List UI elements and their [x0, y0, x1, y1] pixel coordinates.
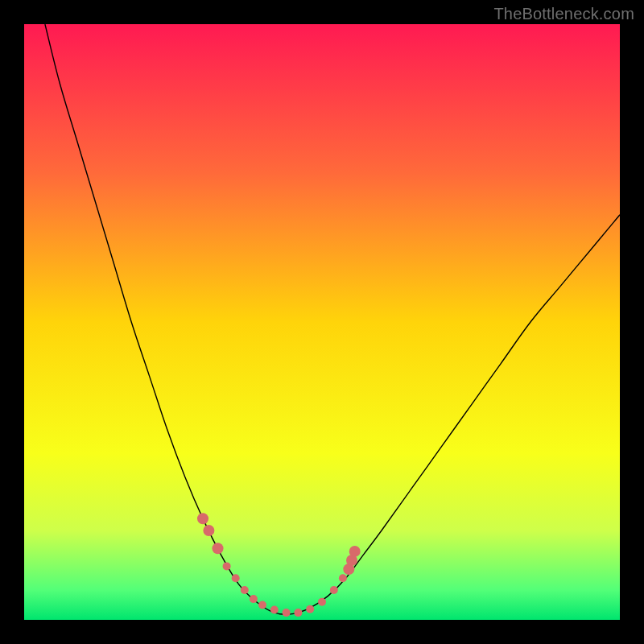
curve-marker — [203, 525, 214, 536]
curve-marker — [232, 574, 240, 582]
curve-marker — [294, 609, 302, 617]
curve-marker — [270, 605, 279, 613]
bottleneck-chart — [24, 24, 620, 620]
plot-area — [24, 24, 620, 620]
curve-marker — [283, 609, 291, 617]
curve-marker — [258, 601, 266, 609]
curve-marker — [339, 574, 347, 582]
curve-marker — [349, 546, 361, 557]
curve-marker — [223, 562, 231, 570]
curve-marker — [213, 543, 224, 554]
plot-frame — [24, 24, 620, 620]
curve-marker — [197, 513, 208, 524]
curve-marker — [318, 598, 326, 606]
watermark: TheBottleneck.com — [493, 5, 634, 23]
curve-marker — [241, 586, 249, 594]
curve-marker — [250, 595, 258, 603]
curve-marker — [330, 586, 338, 594]
curve-marker — [306, 605, 314, 613]
